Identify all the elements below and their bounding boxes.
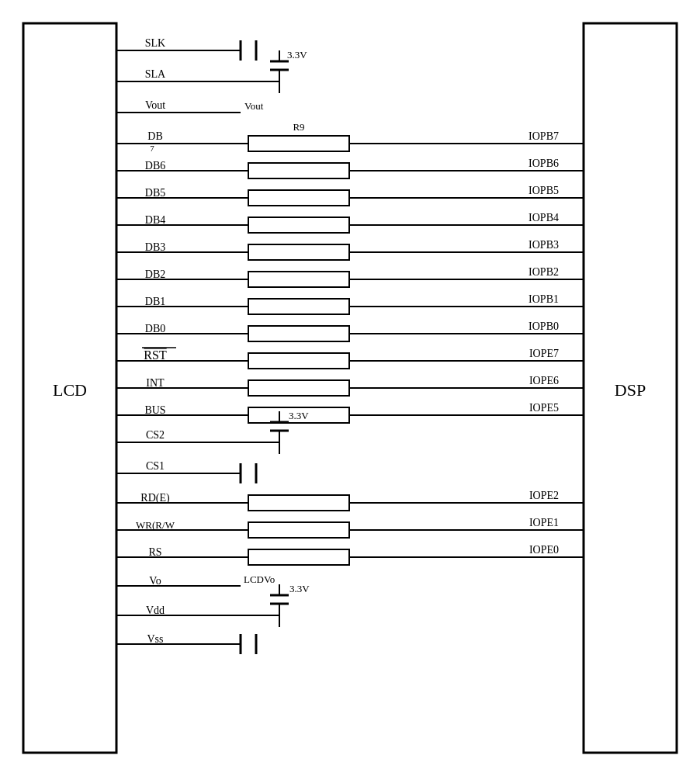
iope0-label: IOPE0 [529,544,559,556]
pin-vdd: Vdd [146,605,165,616]
pin-db3: DB3 [145,241,165,253]
resistor-db7 [248,136,349,151]
pin-cs1: CS1 [146,460,165,472]
iopb5-label: IOPB5 [528,185,559,196]
resistor-rde [248,495,349,511]
pin-vo: Vo [149,575,161,587]
iope6-label: IOPE6 [529,375,559,386]
resistor-rs [248,549,349,565]
iopb0-label: IOPB0 [528,320,559,332]
iopb4-label: IOPB4 [528,212,559,223]
pin-db7-sub: 7 [150,144,154,153]
resistor-db0 [248,326,349,341]
resistor-db2 [248,272,349,287]
pin-int: INT [146,377,165,389]
resistor-db5 [248,190,349,206]
pin-rst: RST [144,348,167,362]
resistor-wrw [248,522,349,538]
iopb2-label: IOPB2 [528,266,559,278]
vout-label: Vout [244,100,264,112]
voltage-label-vdd: 3.3V [289,583,310,594]
resistor-db1 [248,299,349,314]
pin-db6: DB6 [145,160,165,171]
resistor-int [248,380,349,396]
voltage-label-sla: 3.3V [287,49,307,61]
iope1-label: IOPE1 [529,517,559,528]
dsp-label: DSP [615,380,646,400]
resistor-r9-label: R9 [293,121,304,133]
iope7-label: IOPE7 [529,348,559,359]
iopb1-label: IOPB1 [528,293,559,305]
lcd-label: LCD [53,380,87,400]
pin-slk: SLK [145,37,165,49]
iope5-label: IOPE5 [529,402,559,414]
iopb7-label: IOPB7 [528,130,559,142]
lcdvo-label: LCDVo [244,573,275,585]
pin-db4: DB4 [145,214,165,226]
pin-vss: Vss [147,633,163,645]
iopb3-label: IOPB3 [528,239,559,251]
pin-vout: Vout [145,99,165,111]
pin-cs2: CS2 [146,429,165,441]
iopb6-label: IOPB6 [528,158,559,169]
pin-rde: RD(E) [140,492,170,504]
pin-bus: BUS [144,404,165,416]
resistor-db6 [248,163,349,178]
pin-db1: DB1 [145,296,165,307]
pin-wrw: WR(R/W [136,519,175,531]
pin-sla: SLA [145,68,166,80]
iope2-label: IOPE2 [529,490,559,501]
resistor-db3 [248,244,349,260]
circuit-diagram: LCD DSP SLK 3.3V SLA Vout Vout R9 DB [0,0,700,776]
voltage-label-cs2: 3.3V [289,410,309,421]
pin-db5: DB5 [145,187,165,199]
resistor-rst [248,353,349,369]
pin-db7: DB [147,130,162,142]
resistor-db4 [248,217,349,233]
pin-rs: RS [148,546,161,558]
pin-db0: DB0 [145,323,165,334]
pin-db2: DB2 [145,268,165,280]
